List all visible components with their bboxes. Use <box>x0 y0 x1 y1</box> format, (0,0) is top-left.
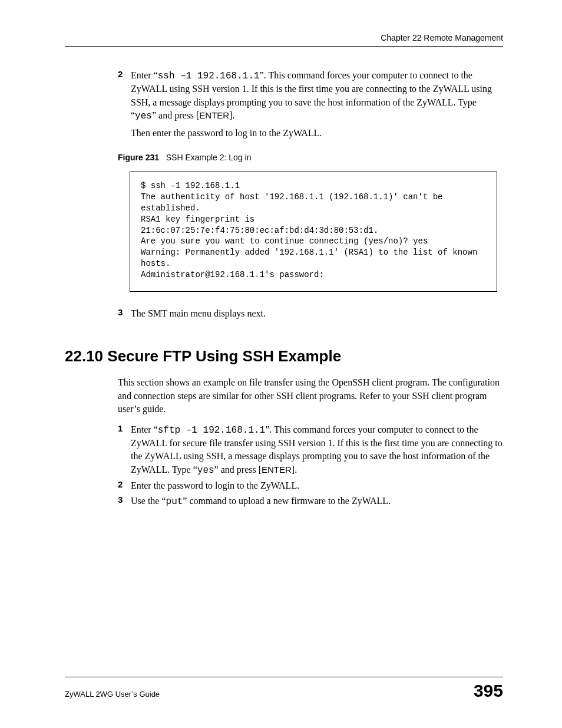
page-number: 395 <box>474 681 503 701</box>
command-text: sftp –1 192.168.1.1 <box>158 425 265 436</box>
sftp-step-3: 3 Use the “put” command to upload a new … <box>118 495 503 508</box>
command-text: ssh –1 192.168.1.1 <box>158 71 260 81</box>
enter-key: ENTER <box>262 465 292 475</box>
step-2-continuation: Then enter the password to log in to the… <box>131 127 503 140</box>
text: ” command to upload a new firmware to th… <box>183 496 391 506</box>
text: Use the “ <box>131 496 166 506</box>
footer: ZyWALL 2WG User’s Guide 395 <box>65 677 503 701</box>
figure-caption: Figure 231 SSH Example 2: Log in <box>118 153 503 162</box>
step-body: Enter the password to login to the ZyWAL… <box>131 479 299 492</box>
footer-guide: ZyWALL 2WG User’s Guide <box>65 690 160 699</box>
text: ]. <box>292 465 297 475</box>
text: ” and press [ <box>152 110 199 120</box>
step-number: 2 <box>118 479 131 492</box>
yes-text: yes <box>197 465 214 476</box>
step-body: The SMT main menu displays next. <box>131 307 266 320</box>
step-body: Use the “put” command to upload a new fi… <box>131 495 391 508</box>
step-number: 1 <box>118 423 131 477</box>
text: ” and press [ <box>214 465 262 475</box>
section-steps: 1 Enter “sftp –1 192.168.1.1”. This comm… <box>65 423 503 509</box>
yes-text: yes <box>135 111 152 121</box>
sftp-step-2: 2 Enter the password to login to the ZyW… <box>118 479 503 492</box>
step-2: 2 Enter “ssh –1 192.168.1.1”. This comma… <box>118 69 503 123</box>
enter-key: ENTER <box>199 110 229 120</box>
figure-label: Figure 231 <box>118 153 159 162</box>
step-body: Enter “sftp –1 192.168.1.1”. This comman… <box>131 423 503 477</box>
section-intro: This section shows an example on file tr… <box>118 376 503 416</box>
text: Enter “ <box>131 424 158 434</box>
step-number: 3 <box>118 307 131 320</box>
text: ]. <box>229 110 234 120</box>
put-text: put <box>166 496 183 507</box>
sftp-step-1: 1 Enter “sftp –1 192.168.1.1”. This comm… <box>118 423 503 477</box>
step-body: Enter “ssh –1 192.168.1.1”. This command… <box>131 69 503 123</box>
section-heading: 22.10 Secure FTP Using SSH Example <box>65 347 503 365</box>
step-number: 2 <box>118 69 131 123</box>
code-block: $ ssh –1 192.168.1.1 The authenticity of… <box>130 172 497 292</box>
content: 2 Enter “ssh –1 192.168.1.1”. This comma… <box>65 69 503 509</box>
text: Enter “ <box>131 70 158 80</box>
header-chapter: Chapter 22 Remote Management <box>65 33 503 46</box>
figure-title: SSH Example 2: Log in <box>166 153 252 162</box>
step-3: 3 The SMT main menu displays next. <box>118 307 503 320</box>
header-rule: Chapter 22 Remote Management <box>65 33 503 47</box>
page: Chapter 22 Remote Management 2 Enter “ss… <box>0 0 562 728</box>
step-number: 3 <box>118 495 131 508</box>
